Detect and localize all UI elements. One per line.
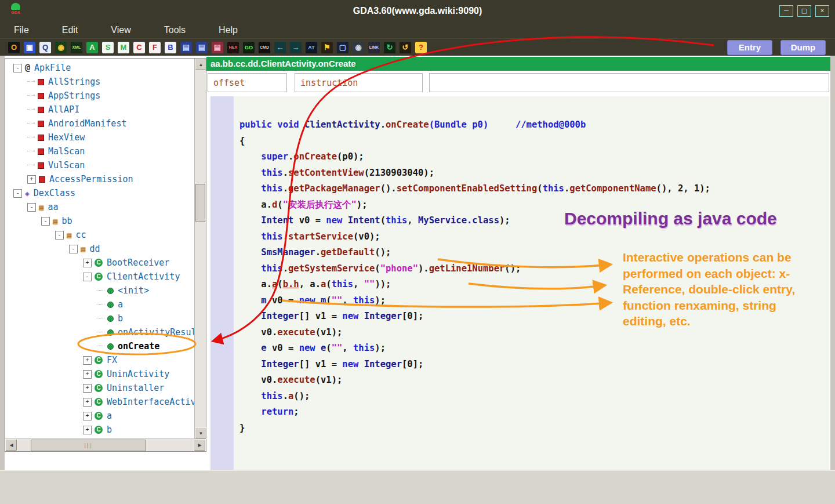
code-line[interactable]: this.getSystemService("phone").getLine1N… (239, 261, 829, 277)
code-line[interactable]: e v0 = new e("", this); (239, 340, 829, 357)
tree-item-apkfile[interactable]: -@ApkFile (5, 61, 194, 75)
tree-item-vulscan[interactable]: VulScan (5, 158, 194, 172)
tree-item-hexview[interactable]: HexView (5, 130, 194, 144)
menu-item-tools[interactable]: Tools (164, 25, 186, 35)
tree-item-b[interactable]: +Cb (5, 423, 194, 437)
code-line[interactable]: this.a(); (239, 389, 829, 405)
menu-item-help[interactable]: Help (219, 25, 238, 35)
code-line[interactable]: } (239, 420, 829, 437)
code-line[interactable]: m v0 = new m("", this); (239, 293, 829, 309)
entry-button[interactable]: Entry (727, 40, 772, 55)
tree-item-allapi[interactable]: AllAPI (5, 103, 194, 117)
code-line[interactable]: public void ClientActivity.onCreate(Bund… (239, 117, 829, 133)
method-table-icon[interactable]: ▤ (180, 42, 192, 53)
collapse-icon[interactable]: - (13, 189, 22, 198)
code-line[interactable]: Intent v0 = new Intent(this, MyService.c… (239, 213, 829, 229)
dump-button[interactable]: Dump (780, 40, 826, 55)
search-file-icon[interactable]: Q (39, 42, 51, 53)
code-line[interactable]: SmsManager.getDefault(); (239, 245, 829, 261)
code-line[interactable]: this.startService(v0); (239, 229, 829, 245)
tree-horizontal-scrollbar[interactable]: ◀ ||| ▶ (5, 438, 206, 451)
classes-icon[interactable]: C (133, 42, 145, 53)
code-line[interactable]: a.d("安装后执行这个"); (239, 197, 829, 213)
expand-icon[interactable]: + (83, 356, 92, 365)
xref-link[interactable]: b.h (283, 279, 299, 289)
tree-item-a[interactable]: +Ca (5, 409, 194, 423)
menu-item-view[interactable]: View (111, 25, 130, 35)
tree-item-uninstaller[interactable]: +CUninstaller (5, 381, 194, 395)
tree-item-malscan[interactable]: MalScan (5, 144, 194, 158)
collapse-icon[interactable]: - (83, 273, 92, 281)
hex-icon[interactable]: HEX (227, 42, 239, 53)
expand-icon[interactable]: + (83, 370, 92, 379)
refresh-icon[interactable]: ↻ (384, 42, 395, 53)
at-icon[interactable]: AT (306, 42, 317, 53)
expand-icon[interactable]: + (83, 426, 92, 434)
tree-item-accesspermission[interactable]: +AccessPermission (5, 172, 194, 186)
link-icon[interactable]: LINK (368, 42, 380, 53)
android-icon[interactable]: A (86, 42, 98, 53)
mark-icon[interactable]: ⚑ (321, 42, 333, 53)
code-line[interactable]: this.setContentView(2130903040); (239, 165, 829, 182)
help-icon[interactable]: ? (415, 42, 427, 53)
scroll-up-button[interactable]: ▲ (195, 59, 207, 70)
collapse-icon[interactable]: - (13, 64, 22, 72)
expand-icon[interactable]: + (83, 412, 92, 420)
code-line[interactable]: super.onCreate(p0); (239, 149, 829, 165)
tree-item-dexclass[interactable]: -◈DexClass (5, 186, 194, 200)
string-table-icon[interactable]: ▤ (212, 42, 223, 53)
go-icon[interactable]: GO (243, 42, 255, 53)
expand-icon[interactable]: + (83, 398, 92, 407)
bytecode-icon[interactable]: B (165, 42, 176, 53)
tree-item-onactivityresult[interactable]: onActivityResult (5, 325, 194, 339)
save-icon[interactable]: ▣ (24, 42, 35, 53)
code-line[interactable]: return; (239, 404, 829, 420)
scroll-right-button[interactable]: ▶ (194, 439, 206, 451)
tree-item-aa[interactable]: -▦aa (5, 200, 194, 214)
tree-item-oncreate[interactable]: onCreate (5, 339, 194, 353)
menu-item-file[interactable]: File (14, 25, 29, 35)
field-table-icon[interactable]: ▤ (196, 42, 208, 53)
code-line[interactable]: Integer[] v1 = new Integer[0]; (239, 309, 829, 325)
fields-icon[interactable]: F (149, 42, 161, 53)
methods-icon[interactable]: M (118, 42, 129, 53)
tree-item-dd[interactable]: -▦dd (5, 242, 194, 256)
cmd-icon[interactable]: CMD (259, 42, 270, 53)
tree-vertical-scrollbar[interactable]: ▲ ▼ (194, 59, 206, 439)
tree-item-b[interactable]: b (5, 311, 194, 325)
xref-link[interactable]: a (272, 279, 277, 289)
vertical-scroll-thumb[interactable] (195, 184, 205, 222)
back-icon[interactable]: ← (274, 42, 286, 53)
capture-icon[interactable]: ◉ (353, 42, 364, 53)
code-line[interactable]: v0.execute(v1); (239, 372, 829, 389)
expand-icon[interactable]: + (83, 384, 92, 393)
tree-item-a[interactable]: a (5, 298, 194, 311)
undo-icon[interactable]: ↺ (400, 42, 411, 53)
tree-item-bb[interactable]: -▦bb (5, 214, 194, 228)
tree-item-androidmanifest[interactable]: AndroidManifest (5, 117, 194, 130)
collapse-icon[interactable]: - (41, 217, 50, 226)
code-line[interactable]: Integer[] v1 = new Integer[0]; (239, 357, 829, 373)
minimize-button[interactable]: ─ (779, 5, 793, 17)
scroll-down-button[interactable]: ▼ (195, 427, 207, 439)
horizontal-scroll-thumb[interactable]: ||| (31, 440, 146, 451)
strings-icon[interactable]: S (102, 42, 114, 53)
collapse-icon[interactable]: - (55, 231, 64, 240)
tree-item-clientactivity[interactable]: -CClientActivity (5, 270, 194, 284)
tree-item-init[interactable]: <init> (5, 284, 194, 298)
tree-item-cc[interactable]: -▦cc (5, 228, 194, 242)
open-icon[interactable]: O (8, 42, 20, 53)
menu-item-edit[interactable]: Edit (62, 25, 78, 35)
expand-icon[interactable]: + (27, 175, 36, 184)
tree-item-uninactivity[interactable]: +CUninActivity (5, 367, 194, 381)
code-line[interactable]: { (239, 133, 829, 150)
xml-icon[interactable]: XML (71, 42, 82, 53)
forward-icon[interactable]: → (290, 42, 302, 53)
collapse-icon[interactable]: - (69, 245, 78, 253)
tree-item-webinterfaceactivity[interactable]: +CWebInterfaceActivity (5, 395, 194, 409)
close-button[interactable]: × (815, 5, 829, 17)
tree-item-appstrings[interactable]: AppStrings (5, 89, 194, 103)
window-icon[interactable]: ▢ (337, 42, 348, 53)
tree-item-bootreceiver[interactable]: +CBootReceiver (5, 256, 194, 270)
code-line[interactable]: a.a(b.h, a.a(this, "")); (239, 277, 829, 293)
